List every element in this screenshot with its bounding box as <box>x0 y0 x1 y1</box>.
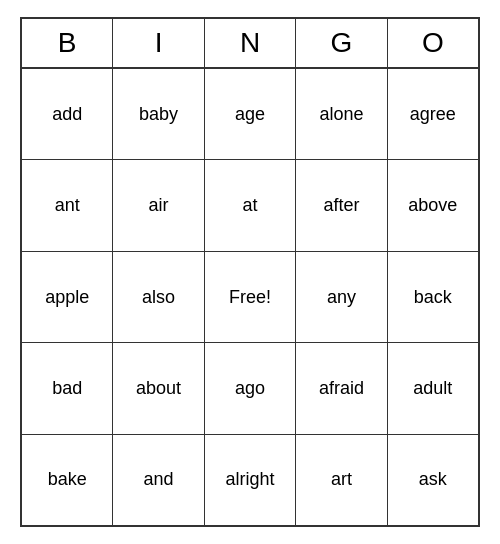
bingo-cell-3-1: about <box>113 343 204 433</box>
bingo-cell-4-1: and <box>113 435 204 525</box>
bingo-cell-0-2: age <box>205 69 296 159</box>
bingo-cell-0-0: add <box>22 69 113 159</box>
bingo-cell-2-4: back <box>388 252 478 342</box>
bingo-cell-1-4: above <box>388 160 478 250</box>
bingo-cell-2-0: apple <box>22 252 113 342</box>
bingo-row-0: addbabyagealoneagree <box>22 69 478 160</box>
bingo-cell-3-0: bad <box>22 343 113 433</box>
bingo-header: BINGO <box>22 19 478 69</box>
bingo-row-2: applealsoFree!anyback <box>22 252 478 343</box>
bingo-row-3: badaboutagoafraidadult <box>22 343 478 434</box>
bingo-cell-4-2: alright <box>205 435 296 525</box>
bingo-cell-0-4: agree <box>388 69 478 159</box>
bingo-cell-2-2: Free! <box>205 252 296 342</box>
bingo-cell-1-2: at <box>205 160 296 250</box>
bingo-cell-3-4: adult <box>388 343 478 433</box>
header-letter-i: I <box>113 19 204 67</box>
bingo-row-1: antairatafterabove <box>22 160 478 251</box>
bingo-cell-3-2: ago <box>205 343 296 433</box>
bingo-cell-2-3: any <box>296 252 387 342</box>
bingo-cell-1-0: ant <box>22 160 113 250</box>
bingo-row-4: bakeandalrightartask <box>22 435 478 525</box>
bingo-cell-4-4: ask <box>388 435 478 525</box>
bingo-cell-1-1: air <box>113 160 204 250</box>
bingo-cell-0-1: baby <box>113 69 204 159</box>
bingo-cell-0-3: alone <box>296 69 387 159</box>
bingo-body: addbabyagealoneagreeantairatafteraboveap… <box>22 69 478 525</box>
bingo-cell-3-3: afraid <box>296 343 387 433</box>
bingo-cell-2-1: also <box>113 252 204 342</box>
header-letter-b: B <box>22 19 113 67</box>
header-letter-o: O <box>388 19 478 67</box>
bingo-cell-4-3: art <box>296 435 387 525</box>
bingo-card: BINGO addbabyagealoneagreeantairataftera… <box>20 17 480 527</box>
bingo-cell-1-3: after <box>296 160 387 250</box>
header-letter-g: G <box>296 19 387 67</box>
bingo-cell-4-0: bake <box>22 435 113 525</box>
header-letter-n: N <box>205 19 296 67</box>
